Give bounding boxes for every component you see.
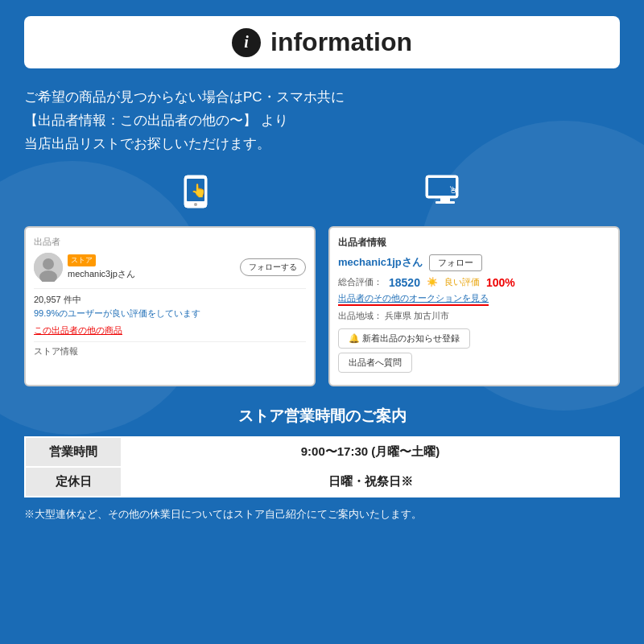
info-icon: i: [232, 28, 261, 57]
mobile-section-label: 出品者: [34, 236, 306, 248]
hours-value-1: 日曜・祝祭日※: [122, 467, 619, 497]
description-block: ご希望の商品が見つからない場合はPC・スマホ共に 【出品者情報：この出品者の他の…: [24, 86, 620, 156]
svg-point-2: [194, 203, 197, 206]
mobile-icon: 👆: [176, 172, 215, 218]
notify-button[interactable]: 🔔 新着出品のお知らせ登録: [338, 328, 470, 349]
desc-line2: 【出品者情報：この出品者の他の〜】 より: [24, 109, 620, 133]
location-row: 出品地域： 兵庫県 加古川市: [338, 310, 610, 322]
store-hours-section: ストア営業時間のご案内 営業時間 9:00〜17:30 (月曜〜土曜) 定休日 …: [24, 406, 620, 522]
question-button[interactable]: 出品者へ質問: [338, 353, 412, 373]
svg-rect-7: [436, 201, 455, 204]
svg-text:👆: 👆: [191, 183, 207, 198]
screenshots-row: 出品者 ストア mechanic3jpさん フォローする: [24, 226, 620, 386]
hours-value-0: 9:00〜17:30 (月曜〜土曜): [122, 437, 619, 467]
pc-seller-name: mechanic1jpさん: [338, 255, 423, 270]
location-value: 兵庫県 加古川市: [385, 311, 449, 320]
seller-name-with-badge: ストア mechanic3jpさん: [68, 254, 135, 280]
information-header: i information: [24, 16, 620, 68]
store-info-label: ストア情報: [34, 341, 306, 357]
avatar: [34, 253, 63, 282]
mobile-seller-row: ストア mechanic3jpさん フォローする: [34, 253, 306, 282]
good-rating-icon: ☀️: [427, 277, 438, 287]
rating-row: 総合評価： 18520 ☀️ 良い評価 100%: [338, 276, 610, 289]
device-icons-row: 👆 🖱: [24, 172, 620, 218]
mobile-review-pct: 99.9%のユーザーが良い評価をしています: [34, 308, 306, 320]
hours-label-1: 定休日: [25, 467, 122, 497]
location-label: 出品地域：: [338, 311, 382, 320]
other-items-link[interactable]: この出品者の他の商品: [34, 324, 306, 336]
svg-rect-6: [440, 198, 450, 201]
desc-line3: 当店出品リストでお探しいただけます。: [24, 133, 620, 156]
store-hours-title: ストア営業時間のご案内: [24, 406, 620, 427]
good-pct: 100%: [486, 276, 515, 289]
seller-info-left: ストア mechanic3jpさん: [34, 253, 135, 282]
mobile-review-count: 20,957 件中: [34, 294, 306, 306]
header-title: information: [270, 27, 412, 57]
store-badge: ストア: [68, 254, 96, 266]
pc-screenshot: 出品者情報 mechanic1jpさん フォロー 総合評価： 18520 ☀️ …: [328, 226, 620, 386]
pc-section-label: 出品者情報: [338, 236, 610, 250]
svg-text:🖱: 🖱: [448, 184, 458, 196]
desc-line1: ご希望の商品が見つからない場合はPC・スマホ共に: [24, 86, 620, 109]
divider1: [34, 288, 306, 289]
svg-point-10: [43, 258, 54, 270]
desktop-icon: 🖱: [423, 172, 468, 218]
mobile-follow-button[interactable]: フォローする: [240, 258, 306, 276]
table-row: 営業時間 9:00〜17:30 (月曜〜土曜): [25, 437, 619, 467]
mobile-seller-name: mechanic3jpさん: [68, 268, 135, 280]
auction-link[interactable]: 出品者のその他のオークションを見る: [338, 292, 489, 306]
rating-label: 総合評価：: [338, 276, 382, 288]
table-row: 定休日 日曜・祝祭日※: [25, 467, 619, 497]
mobile-screenshot: 出品者 ストア mechanic3jpさん フォローする: [24, 226, 316, 386]
pc-seller-row: mechanic1jpさん フォロー: [338, 254, 610, 271]
hours-label-0: 営業時間: [25, 437, 122, 467]
pc-follow-button[interactable]: フォロー: [429, 254, 482, 271]
store-hours-note: ※大型連休など、その他の休業日についてはストア自己紹介にてご案内いたします。: [24, 507, 620, 522]
good-label: 良い評価: [444, 276, 480, 288]
hours-table: 営業時間 9:00〜17:30 (月曜〜土曜) 定休日 日曜・祝祭日※: [24, 436, 620, 497]
rating-value: 18520: [389, 276, 420, 289]
